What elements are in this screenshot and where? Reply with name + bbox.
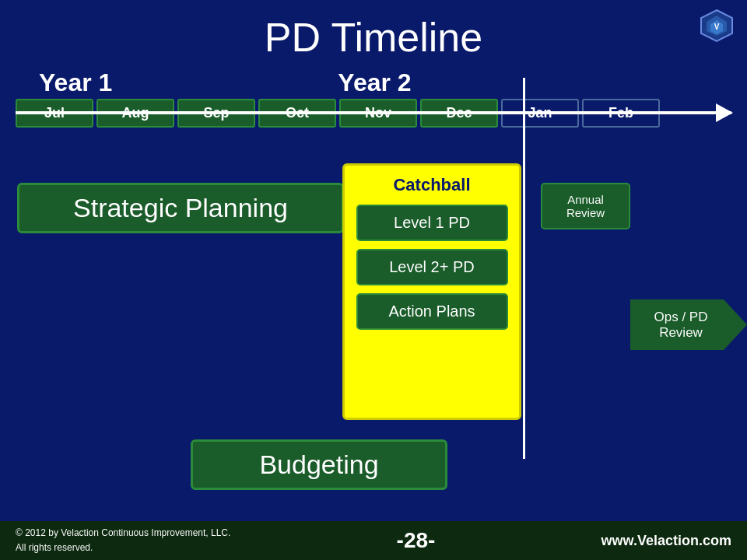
copyright-line1: © 2012 by Velaction Continuous Improveme… (16, 527, 230, 538)
footer-website: www.Velaction.com (601, 533, 731, 549)
budgeting-box: Budgeting (191, 439, 447, 490)
year-divider (523, 78, 525, 459)
strategic-planning-label: Strategic Planning (73, 193, 288, 223)
logo: V (697, 6, 736, 45)
page-header: PD Timeline (0, 0, 747, 68)
copyright-line2: All rights reserved. (16, 542, 93, 553)
svg-text:V: V (714, 23, 720, 31)
page-title: PD Timeline (265, 15, 482, 60)
footer: © 2012 by Velaction Continuous Improveme… (0, 521, 747, 560)
action-plans-label: Action Plans (388, 303, 475, 320)
catchball-title: Catchball (393, 175, 470, 195)
strategic-planning-box: Strategic Planning (17, 183, 344, 233)
level1-pd-label: Level 1 PD (394, 214, 470, 231)
annual-review-box: AnnualReview (541, 183, 630, 229)
content-area: Strategic Planning Catchball Level 1 PD … (0, 121, 747, 509)
footer-page-number: -28- (397, 528, 436, 553)
year2-label: Year 2 (338, 68, 411, 97)
catchball-box: Catchball Level 1 PD Level 2+ PD Action … (342, 163, 521, 420)
year-row: Year 1 Year 2 (0, 68, 747, 97)
annual-review-label: AnnualReview (566, 193, 605, 219)
level2-pd-box: Level 2+ PD (356, 249, 508, 285)
level1-pd-box: Level 1 PD (356, 205, 508, 241)
footer-copyright: © 2012 by Velaction Continuous Improveme… (16, 526, 230, 555)
action-plans-box: Action Plans (356, 293, 508, 330)
year1-label: Year 1 (39, 68, 112, 97)
ops-review-label: Ops / PDReview (654, 310, 708, 341)
level2-pd-label: Level 2+ PD (389, 258, 475, 275)
ops-review-box: Ops / PDReview (630, 299, 747, 350)
budgeting-label: Budgeting (259, 450, 378, 480)
timeline-arrow (16, 111, 731, 114)
